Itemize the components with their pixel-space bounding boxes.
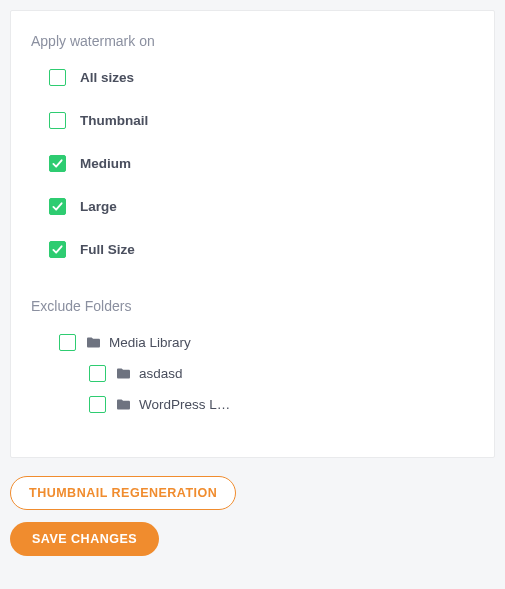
size-option-medium: Medium: [49, 155, 474, 172]
folder-row-child: asdasd: [89, 365, 474, 382]
folder-row-child: WordPress L…: [89, 396, 474, 413]
folder-icon: [116, 367, 131, 380]
checkbox-large[interactable]: [49, 198, 66, 215]
checkbox-folder-root[interactable]: [59, 334, 76, 351]
size-label: Medium: [80, 156, 131, 171]
folder-label: Media Library: [109, 335, 191, 350]
thumbnail-regeneration-button[interactable]: THUMBNAIL REGENERATION: [10, 476, 236, 510]
actions-row: THUMBNAIL REGENERATION SAVE CHANGES: [10, 476, 495, 556]
exclude-section-title: Exclude Folders: [31, 298, 474, 314]
checkbox-thumbnail[interactable]: [49, 112, 66, 129]
folder-row-root: Media Library: [59, 334, 474, 351]
size-label: Full Size: [80, 242, 135, 257]
checkbox-medium[interactable]: [49, 155, 66, 172]
save-changes-button[interactable]: SAVE CHANGES: [10, 522, 159, 556]
settings-card: Apply watermark on All sizes Thumbnail M…: [10, 10, 495, 458]
size-label: Large: [80, 199, 117, 214]
size-option-all-sizes: All sizes: [49, 69, 474, 86]
size-option-large: Large: [49, 198, 474, 215]
folder-label: WordPress L…: [139, 397, 230, 412]
folder-icon: [86, 336, 101, 349]
checkbox-folder-child-1[interactable]: [89, 396, 106, 413]
folder-tree: Media Library asdasd WordPress L…: [31, 334, 474, 433]
folder-label: asdasd: [139, 366, 183, 381]
size-option-full-size: Full Size: [49, 241, 474, 258]
checkbox-all-sizes[interactable]: [49, 69, 66, 86]
folder-children: asdasd WordPress L…: [59, 365, 474, 413]
watermark-section-title: Apply watermark on: [31, 33, 474, 49]
size-label: Thumbnail: [80, 113, 148, 128]
size-label: All sizes: [80, 70, 134, 85]
folder-icon: [116, 398, 131, 411]
checkbox-folder-child-0[interactable]: [89, 365, 106, 382]
checkbox-full-size[interactable]: [49, 241, 66, 258]
size-options-list: All sizes Thumbnail Medium Large Full Si: [31, 69, 474, 258]
size-option-thumbnail: Thumbnail: [49, 112, 474, 129]
